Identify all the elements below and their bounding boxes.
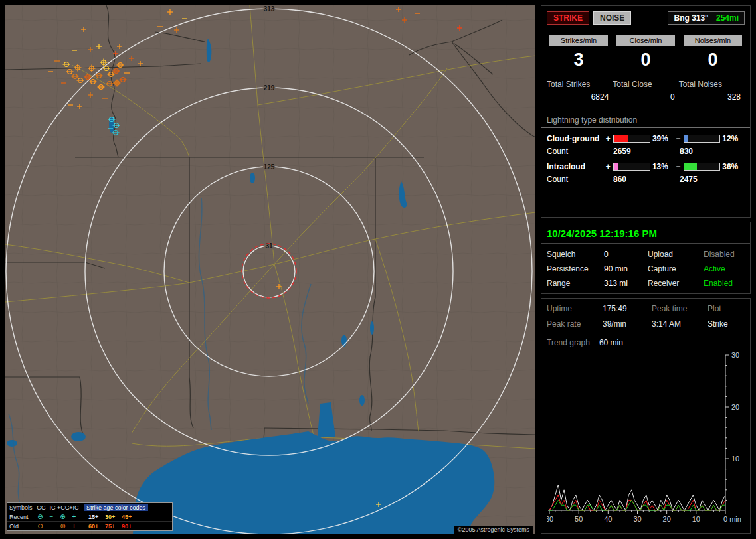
legend-header-row: Symbols -CG -IC +CG +IC Strike age color… bbox=[7, 503, 172, 512]
trend-graph: 1020306050403020100 min bbox=[547, 351, 746, 525]
total-strikes-value: 6824 bbox=[547, 92, 613, 102]
cloud-ground-label: Cloud-ground bbox=[547, 134, 605, 143]
legend-age-header: Strike age color codes bbox=[84, 504, 148, 511]
peak-time-label: Peak time bbox=[652, 304, 708, 313]
persistence-label: Persistence bbox=[547, 264, 604, 273]
distribution-title: Lightning type distribution bbox=[541, 116, 750, 128]
cg-plus-bar bbox=[613, 135, 650, 143]
legend-col-pic: +IC bbox=[68, 504, 80, 511]
ic-plus-bar bbox=[613, 163, 650, 171]
cg-plus-pct: 39% bbox=[652, 134, 675, 143]
capture-label: Capture bbox=[648, 264, 704, 273]
age-15: 15+ bbox=[88, 514, 105, 520]
map-canvas: 31321912531 bbox=[5, 5, 535, 534]
map-legend: Symbols -CG -IC +CG +IC Strike age color… bbox=[7, 502, 173, 531]
legend-symbols-header: Symbols bbox=[9, 504, 35, 511]
uptime-label: Uptime bbox=[547, 304, 603, 313]
noise-button[interactable]: NOISE bbox=[593, 11, 631, 25]
svg-text:125: 125 bbox=[264, 163, 275, 171]
cloud-ground-row: Cloud-ground + 39% − 12% bbox=[547, 134, 745, 143]
legend-col-ncg: -CG bbox=[35, 504, 46, 511]
lightning-map[interactable]: 31321912531 Symbols -CG -IC +CG +IC Stri… bbox=[5, 5, 535, 534]
upload-label: Upload bbox=[648, 250, 704, 259]
circle-minus-icon: ⊖ bbox=[35, 523, 46, 530]
minus-sign: − bbox=[675, 162, 682, 171]
svg-text:40: 40 bbox=[604, 515, 612, 523]
uptime-value: 175:49 bbox=[603, 304, 652, 313]
ic-minus-count: 2475 bbox=[680, 175, 698, 184]
legend-old-label: Old bbox=[9, 523, 35, 530]
ic-plus-count: 860 bbox=[613, 175, 680, 184]
trend-window-value: 60 min bbox=[599, 338, 623, 347]
strike-button[interactable]: STRIKE bbox=[547, 11, 589, 25]
squelch-value: 0 bbox=[604, 250, 648, 259]
receiver-label: Receiver bbox=[648, 279, 704, 288]
count-label: Count bbox=[547, 147, 613, 156]
intracloud-counts: Count 860 2475 bbox=[547, 175, 745, 184]
noises-per-min-value: 0 bbox=[681, 50, 745, 70]
upload-status: Disabled bbox=[704, 250, 745, 259]
cg-minus-pct: 12% bbox=[722, 134, 745, 143]
total-noises-value: 328 bbox=[679, 92, 745, 102]
range-value: 313 mi bbox=[604, 279, 648, 288]
peak-time-value: 3:14 AM bbox=[652, 319, 708, 329]
svg-text:50: 50 bbox=[575, 515, 583, 523]
uptime-grid: Uptime 175:49 Peak time Plot Peak rate 3… bbox=[547, 304, 745, 329]
svg-text:10: 10 bbox=[731, 455, 739, 463]
strikes-per-min-value: 3 bbox=[547, 50, 611, 70]
cloud-ground-counts: Count 2659 830 bbox=[547, 147, 745, 156]
total-close-value: 0 bbox=[613, 92, 678, 102]
svg-text:313: 313 bbox=[264, 5, 275, 13]
ic-minus-bar bbox=[684, 163, 721, 171]
minus-icon: − bbox=[46, 514, 57, 520]
bearing-distance: 254mi bbox=[716, 13, 739, 23]
control-panel: STRIKE NOISE Bng 313° 254mi Strikes/min … bbox=[541, 5, 751, 534]
squelch-label: Squelch bbox=[547, 250, 604, 259]
plot-value: Strike bbox=[708, 319, 745, 329]
plus-icon: + bbox=[68, 514, 80, 520]
trend-graph-label: Trend graph bbox=[547, 338, 590, 347]
legend-recent-label: Recent bbox=[9, 514, 35, 520]
total-noises-label: Total Noises bbox=[679, 80, 745, 89]
total-close-label: Total Close bbox=[613, 80, 678, 89]
intracloud-label: Intracloud bbox=[547, 162, 605, 171]
svg-text:20: 20 bbox=[731, 403, 739, 411]
legend-recent-row: Recent ⊖ − ⊕ + 15+ 30+ 45+ bbox=[7, 512, 172, 521]
plus-sign: + bbox=[605, 134, 611, 143]
svg-text:60: 60 bbox=[547, 515, 553, 523]
range-label: Range bbox=[547, 279, 604, 288]
close-per-min-label: Close/min bbox=[616, 35, 675, 46]
peak-rate-value: 39/min bbox=[603, 319, 652, 329]
close-per-min-value: 0 bbox=[614, 50, 678, 70]
status-grid: Squelch 0 Upload Disabled Persistence 90… bbox=[547, 250, 745, 288]
bearing-label: Bng 313° bbox=[674, 13, 708, 23]
ic-plus-pct: 13% bbox=[652, 162, 675, 171]
plus-icon: + bbox=[68, 523, 80, 530]
total-strikes-label: Total Strikes bbox=[547, 80, 613, 89]
svg-text:30: 30 bbox=[731, 351, 739, 359]
datetime-display: 10/24/2025 12:19:16 PM bbox=[541, 228, 750, 244]
capture-status: Active bbox=[704, 264, 745, 273]
rate-boxes: Strikes/min 3 Close/min 0 Noises/min 0 bbox=[547, 35, 745, 70]
cg-minus-count: 830 bbox=[680, 147, 693, 156]
noises-per-min-label: Noises/min bbox=[684, 35, 742, 46]
svg-text:10: 10 bbox=[692, 515, 700, 523]
copyright-text: ©2005 Astrogenic Systems bbox=[454, 526, 533, 534]
ic-minus-pct: 36% bbox=[722, 162, 745, 171]
age-90: 90+ bbox=[122, 523, 138, 530]
intracloud-row: Intracloud + 13% − 36% bbox=[547, 162, 745, 171]
cg-minus-bar bbox=[684, 135, 721, 143]
svg-text:20: 20 bbox=[663, 515, 671, 523]
strikes-per-min-label: Strikes/min bbox=[549, 35, 608, 46]
legend-old-row: Old ⊖ − ⊕ + 60+ 75+ 90+ bbox=[7, 521, 172, 530]
status-section: 10/24/2025 12:19:16 PM Squelch 0 Upload … bbox=[541, 222, 751, 294]
receiver-status: Enabled bbox=[704, 279, 745, 288]
svg-text:0 min: 0 min bbox=[723, 515, 741, 523]
divider bbox=[541, 110, 750, 110]
persistence-value: 90 min bbox=[604, 264, 648, 273]
age-75: 75+ bbox=[105, 523, 122, 530]
circle-plus-icon: ⊕ bbox=[57, 514, 68, 520]
totals-row: Total Strikes 6824 Total Close 0 Total N… bbox=[547, 80, 745, 102]
legend-col-nic: -IC bbox=[46, 504, 57, 511]
age-45: 45+ bbox=[122, 514, 138, 520]
